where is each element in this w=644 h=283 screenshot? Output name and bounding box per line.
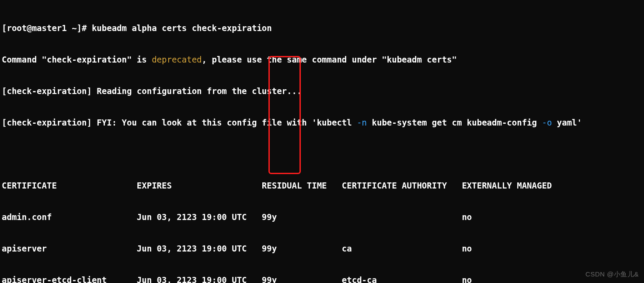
shell-prompt-1: [root@master1 ~]# <box>2 23 92 33</box>
cert-row-right: ca no <box>277 244 472 253</box>
watermark: CSDN @小鱼儿& <box>585 269 639 280</box>
cert-row-residual: 99y <box>262 275 277 283</box>
table-row: apiserver Jun 03, 2123 19:00 UTC 99y ca … <box>2 243 641 254</box>
fyi-line: [check-expiration] FYI: You can look at … <box>2 117 641 128</box>
deprecated-text-b: , please use the same command under "kub… <box>202 55 457 64</box>
deprecated-text-a: Command "check-expiration" is <box>2 55 152 64</box>
fyi-text-c: yaml' <box>552 118 582 127</box>
cert-row-residual: 99y <box>262 212 277 222</box>
cert-row-residual: 99y <box>262 244 277 253</box>
table-row: apiserver-etcd-client Jun 03, 2123 19:00… <box>2 275 641 283</box>
cmd-line-1: [root@master1 ~]# kubeadm alpha certs ch… <box>2 23 641 33</box>
terminal[interactable]: [root@master1 ~]# kubeadm alpha certs ch… <box>0 0 644 283</box>
cert-row-right: no <box>277 212 472 222</box>
fyi-text-b: kube-system get cm kubeadm-config <box>367 118 542 127</box>
flag-n: -n <box>357 118 367 127</box>
certificates-header: CERTIFICATE EXPIRES RESIDUAL TIME CERTIF… <box>2 180 641 191</box>
deprecated-line: Command "check-expiration" is deprecated… <box>2 54 641 65</box>
table-row: admin.conf Jun 03, 2123 19:00 UTC 99y no <box>2 212 641 222</box>
fyi-text-a: [check-expiration] FYI: You can look at … <box>2 118 357 127</box>
blank-line <box>2 149 641 159</box>
reading-config-line: [check-expiration] Reading configuration… <box>2 86 641 96</box>
command-1: kubeadm alpha certs check-expiration <box>92 23 272 33</box>
deprecated-word: deprecated <box>152 55 202 64</box>
cert-row-left: admin.conf Jun 03, 2123 19:00 UTC <box>2 212 262 222</box>
cert-row-left: apiserver-etcd-client Jun 03, 2123 19:00… <box>2 275 262 283</box>
cert-row-right: etcd-ca no <box>277 275 472 283</box>
flag-o: -o <box>542 118 552 127</box>
cert-row-left: apiserver Jun 03, 2123 19:00 UTC <box>2 244 262 253</box>
